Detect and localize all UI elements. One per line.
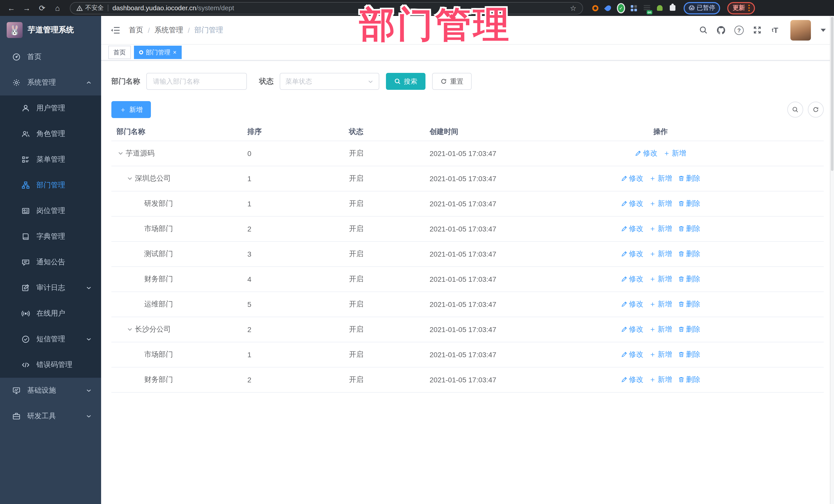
bookmark-star-icon[interactable]: ☆ [570, 4, 576, 12]
extension-icon-drop[interactable] [604, 4, 612, 12]
delete-link[interactable]: 删除 [678, 350, 700, 359]
security-chip[interactable]: 不安全 [76, 4, 104, 12]
add-child-link[interactable]: ＋ 新增 [663, 149, 686, 158]
avatar[interactable] [790, 20, 811, 40]
browser-update-button[interactable]: 更新 [727, 2, 755, 14]
delete-link[interactable]: 删除 [678, 300, 700, 309]
active-dot-icon [139, 50, 143, 54]
github-icon[interactable] [717, 25, 726, 35]
address-bar[interactable]: 不安全 dashboard.yudao.iocoder.cn/system/de… [70, 2, 583, 14]
sidebar-item-dictionaries[interactable]: 字典管理 [0, 224, 101, 249]
sidebar-item-online-users[interactable]: 在线用户 [0, 301, 101, 326]
expand-chevron-icon[interactable] [116, 150, 124, 157]
sidebar-item-dev-tools[interactable]: 研发工具 [0, 403, 101, 429]
dept-name-input[interactable] [146, 73, 247, 90]
sidebar-item-audit-log[interactable]: 审计日志 [0, 275, 101, 301]
sidebar-toggle-icon[interactable] [110, 25, 120, 35]
browser-home-icon[interactable]: ⌂ [51, 2, 64, 14]
edit-link[interactable]: 修改 [621, 375, 643, 385]
dept-status: 开启 [344, 191, 424, 216]
add-child-link[interactable]: ＋ 新增 [649, 375, 672, 385]
extension-icon-puzzle[interactable] [668, 4, 676, 12]
delete-link[interactable]: 删除 [678, 174, 700, 183]
add-child-link[interactable]: ＋ 新增 [649, 300, 672, 309]
extension-icon-green-check[interactable]: ✓ [617, 4, 625, 12]
browser-reload-icon[interactable]: ⟳ [36, 2, 48, 14]
sidebar-item-infrastructure[interactable]: 基础设施 [0, 378, 101, 403]
sidebar-item-sms[interactable]: 短信管理 [0, 326, 101, 352]
paused-label: 已暂停 [697, 4, 715, 12]
sidebar-item-users[interactable]: 用户管理 [0, 95, 101, 121]
delete-link[interactable]: 删除 [678, 275, 700, 284]
status-select[interactable]: 菜单状态 [280, 73, 379, 90]
delete-link[interactable]: 删除 [678, 224, 700, 234]
edit-link[interactable]: 修改 [635, 149, 657, 158]
profile-paused-badge[interactable]: 😱 已暂停 [684, 2, 720, 14]
sidebar-item-label: 部门管理 [37, 181, 65, 190]
extension-icon-list[interactable]: on [642, 4, 651, 12]
show-search-toggle-button[interactable] [787, 102, 803, 117]
breadcrumb-system[interactable]: 系统管理 [154, 25, 183, 35]
sidebar-item-notices[interactable]: 通知公告 [0, 249, 101, 275]
app-logo-row[interactable]: 🐰 芋道管理系统 [0, 16, 101, 44]
header-search-icon[interactable] [699, 25, 708, 35]
add-child-link[interactable]: ＋ 新增 [649, 224, 672, 234]
edit-link[interactable]: 修改 [621, 224, 643, 234]
sidebar-item-posts[interactable]: 岗位管理 [0, 198, 101, 224]
extension-icon-grid[interactable] [630, 4, 638, 12]
sidebar-item-home[interactable]: 首页 [0, 44, 101, 70]
kebab-menu-icon[interactable] [749, 5, 750, 11]
sidebar-item-error-codes[interactable]: 错误码管理 [0, 352, 101, 378]
expand-chevron-icon[interactable] [126, 326, 133, 333]
browser-back-icon[interactable]: ← [5, 2, 18, 14]
search-button[interactable]: 搜索 [386, 73, 425, 90]
expand-chevron-icon[interactable] [126, 175, 133, 182]
add-child-link[interactable]: ＋ 新增 [649, 350, 672, 359]
breadcrumb-home[interactable]: 首页 [129, 25, 143, 35]
tab-departments[interactable]: 部门管理 × [134, 46, 182, 59]
delete-link[interactable]: 删除 [678, 199, 700, 209]
reset-button[interactable]: 重置 [432, 73, 471, 90]
add-child-link[interactable]: ＋ 新增 [649, 249, 672, 259]
delete-link[interactable]: 删除 [678, 325, 700, 334]
delete-link[interactable]: 删除 [678, 249, 700, 259]
delete-link[interactable]: 删除 [678, 375, 700, 385]
sidebar-item-menus[interactable]: 菜单管理 [0, 147, 101, 172]
dept-sort: 3 [242, 241, 344, 267]
edit-link[interactable]: 修改 [621, 249, 643, 259]
avatar-caret-icon[interactable] [821, 28, 826, 31]
add-child-link[interactable]: ＋ 新增 [649, 325, 672, 334]
table-row: 市场部门 1 开启 2021-01-05 17:03:47 修改 ＋ 新增 删除 [111, 342, 824, 367]
dept-sort: 1 [242, 342, 344, 367]
code-icon [21, 360, 30, 369]
edit-link[interactable]: 修改 [621, 199, 643, 209]
search-button-label: 搜索 [404, 77, 417, 86]
add-child-link[interactable]: ＋ 新增 [649, 174, 672, 183]
add-button[interactable]: ＋ 新增 [111, 101, 151, 118]
update-label: 更新 [733, 4, 745, 12]
font-size-icon[interactable]: tT [770, 25, 780, 35]
extension-icon-person[interactable] [655, 4, 664, 12]
edit-link[interactable]: 修改 [621, 350, 643, 359]
plus-icon: ＋ [649, 375, 656, 385]
edit-link[interactable]: 修改 [621, 325, 643, 334]
tab-home[interactable]: 首页 [108, 46, 131, 59]
sidebar-item-departments[interactable]: 部门管理 [0, 172, 101, 198]
help-icon[interactable]: ? [734, 25, 744, 35]
sidebar-item-label: 系统管理 [27, 78, 56, 87]
scrollbar-thumb[interactable] [831, 17, 833, 171]
browser-forward-icon[interactable]: → [21, 2, 33, 14]
extension-icon-target[interactable] [591, 4, 599, 12]
reset-button-label: 重置 [450, 77, 463, 86]
fullscreen-icon[interactable] [752, 25, 762, 35]
close-icon[interactable]: × [173, 49, 177, 56]
page-scrollbar[interactable] [830, 16, 834, 504]
refresh-table-button[interactable] [808, 102, 824, 117]
add-child-link[interactable]: ＋ 新增 [649, 275, 672, 284]
edit-link[interactable]: 修改 [621, 174, 643, 183]
add-child-link[interactable]: ＋ 新增 [649, 199, 672, 209]
edit-link[interactable]: 修改 [621, 300, 643, 309]
sidebar-item-system[interactable]: 系统管理 [0, 70, 101, 95]
edit-link[interactable]: 修改 [621, 275, 643, 284]
sidebar-item-roles[interactable]: 角色管理 [0, 121, 101, 147]
